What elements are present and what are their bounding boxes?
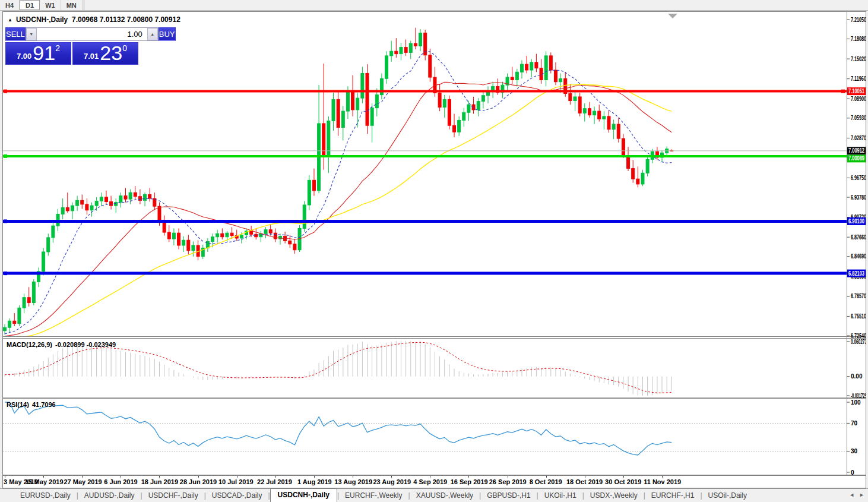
date-label: 1 Aug 2019 <box>297 478 332 485</box>
rsi-pane[interactable] <box>3 402 847 455</box>
date-tick <box>546 476 547 478</box>
date-label: 18 Jun 2019 <box>141 478 178 485</box>
volume-decrease-button[interactable]: ▼ <box>26 28 37 40</box>
macd-values: -0.020899 -0.023949 <box>55 341 116 348</box>
price-tick-label: 6.78570 <box>851 293 866 299</box>
buy-price-big: 23 <box>100 45 122 62</box>
triangle-down-icon: ▼ <box>29 32 33 36</box>
line-handle[interactable] <box>4 219 7 223</box>
tab-ukoil-h1[interactable]: UKOil-,H1 <box>538 489 582 502</box>
line-handle[interactable] <box>4 271 7 275</box>
price-tag-label: 6.90100 <box>848 218 864 225</box>
volume-spinner: ▼ ▲ <box>26 27 159 41</box>
date-tick <box>430 476 430 478</box>
buy-button[interactable]: BUY <box>159 27 176 41</box>
chart-shift-marker-icon[interactable] <box>668 14 677 18</box>
timeframe-button-mn[interactable]: MN <box>61 0 83 10</box>
date-label: 27 May 2019 <box>64 478 102 485</box>
rsi-tick-label: 0 <box>851 469 854 476</box>
tab-xauusd-weekly[interactable]: XAUUSD-,Weekly <box>410 489 479 502</box>
date-tick <box>275 476 276 478</box>
date-label: 28 Jun 2019 <box>180 478 217 485</box>
sell-button[interactable]: SELL <box>5 27 26 41</box>
macd-name: MACD(12,26,9) <box>7 341 52 348</box>
date-axis[interactable]: 3 May 201915 May 201927 May 20196 Jun 20… <box>3 475 866 488</box>
date-label: 18 Oct 2019 <box>566 478 603 485</box>
tab-usdcad-daily[interactable]: USDCAD-,Daily <box>206 489 268 502</box>
one-click-trading-panel: SELL ▼ ▲ BUY 7.00 91 2 7.01 <box>5 27 138 65</box>
timeframe-toolbar: H4D1W1MN <box>0 0 868 11</box>
tab-eurchf-weekly[interactable]: EURCHF-,Weekly <box>339 489 408 502</box>
candlestick-series <box>4 28 673 335</box>
date-label: 4 Sep 2019 <box>413 478 447 485</box>
date-tick <box>623 476 624 478</box>
price-pane[interactable] <box>3 28 847 340</box>
chart-window: 7.210507.180807.150207.119607.089007.059… <box>2 11 866 488</box>
tab-scroll-controls: ◄► <box>849 492 864 498</box>
rsi-line <box>5 402 671 455</box>
date-tick <box>121 476 121 478</box>
sell-price-display[interactable]: 7.00 91 2 <box>5 42 71 65</box>
macd-tick-label: 0.060273 <box>851 339 866 345</box>
chart-canvas[interactable]: 7.210507.180807.150207.119607.089007.059… <box>3 12 866 475</box>
macd-tick-label: -0.031725 <box>851 393 866 399</box>
symbol-label: USDCNH-,Daily <box>16 15 68 24</box>
timeframe-button-w1[interactable]: W1 <box>40 0 61 10</box>
sell-price-int: 7.00 <box>17 52 31 62</box>
tab-usoil-daily[interactable]: USOil-,Daily <box>702 489 753 502</box>
date-tick <box>198 476 199 478</box>
timeframe-button-h4[interactable]: H4 <box>0 0 20 10</box>
price-tick-label: 7.18080 <box>851 36 866 42</box>
line-handle[interactable] <box>4 154 7 158</box>
rsi-tick-label: 70 <box>851 420 858 427</box>
buy-price-sup: 0 <box>122 44 127 52</box>
price-tick-label: 6.75510 <box>851 313 866 320</box>
date-tick <box>353 476 353 478</box>
date-tick <box>82 476 83 478</box>
tab-scroll-left-button[interactable]: ◄ <box>849 492 854 498</box>
tab-eurusd-daily[interactable]: EURUSD-,Daily <box>14 489 77 502</box>
collapse-arrow-icon[interactable]: ▲ <box>8 17 12 23</box>
tab-audusd-daily[interactable]: AUDUSD-,Daily <box>78 489 141 502</box>
date-tick <box>468 476 469 478</box>
date-tick <box>585 476 585 478</box>
volume-increase-button[interactable]: ▲ <box>147 28 158 40</box>
date-label: 15 May 2019 <box>25 478 63 485</box>
sell-price-big: 91 <box>33 45 55 62</box>
price-tag-label: 7.10051 <box>848 88 864 94</box>
price-tick-label: 7.05930 <box>851 115 866 121</box>
tab-gbpusd-h1[interactable]: GBPUSD-,H1 <box>481 489 536 502</box>
price-tag-label: 6.82103 <box>848 270 864 277</box>
ohlc-values: 7.00968 7.01132 7.00800 7.00912 <box>72 15 180 24</box>
line-handle[interactable] <box>4 90 7 93</box>
price-tick-label: 6.84690 <box>851 253 866 260</box>
sell-button-label: SELL <box>6 30 25 39</box>
macd-pane[interactable] <box>5 340 671 396</box>
date-tick <box>391 476 392 478</box>
price-tick-label: 6.87660 <box>851 234 866 241</box>
rsi-tick-label: 30 <box>851 448 858 454</box>
price-tick-label: 7.15020 <box>851 56 866 62</box>
price-tick-label: 6.93780 <box>851 194 866 201</box>
macd-indicator-label: MACD(12,26,9)-0.020899 -0.023949 <box>7 341 119 348</box>
date-tick <box>662 476 663 478</box>
timeframe-button-d1[interactable]: D1 <box>20 0 40 10</box>
volume-input[interactable] <box>37 28 147 40</box>
price-tag-label: 7.00912 <box>848 147 864 154</box>
chart-title: ▲USDCNH-,Daily 7.00968 7.01132 7.00800 7… <box>8 15 180 24</box>
tab-usdx-weekly[interactable]: USDX-,Weekly <box>584 489 644 502</box>
tab-usdcnh-daily[interactable]: USDCNH-,Daily <box>270 488 337 502</box>
tab-usdchf-daily[interactable]: USDCHF-,Daily <box>142 489 204 502</box>
date-tick <box>5 476 5 478</box>
sell-price-sup: 2 <box>55 44 60 52</box>
price-tag-label: 7.00089 <box>848 155 864 162</box>
date-tick <box>314 476 315 478</box>
date-label: 23 Aug 2019 <box>373 478 411 485</box>
tab-scroll-right-button[interactable]: ► <box>859 492 864 498</box>
rsi-name: RSI(14) <box>7 401 29 408</box>
chart-tab-bar: EURUSD-,Daily|AUDUSD-,Daily|USDCHF-,Dail… <box>0 488 868 502</box>
line-handle[interactable] <box>841 90 845 93</box>
rsi-indicator-label: RSI(14)41.7096 <box>7 401 59 408</box>
tab-eurchf-h1[interactable]: EURCHF-,H1 <box>645 489 701 502</box>
buy-price-display[interactable]: 7.01 23 0 <box>72 42 138 65</box>
